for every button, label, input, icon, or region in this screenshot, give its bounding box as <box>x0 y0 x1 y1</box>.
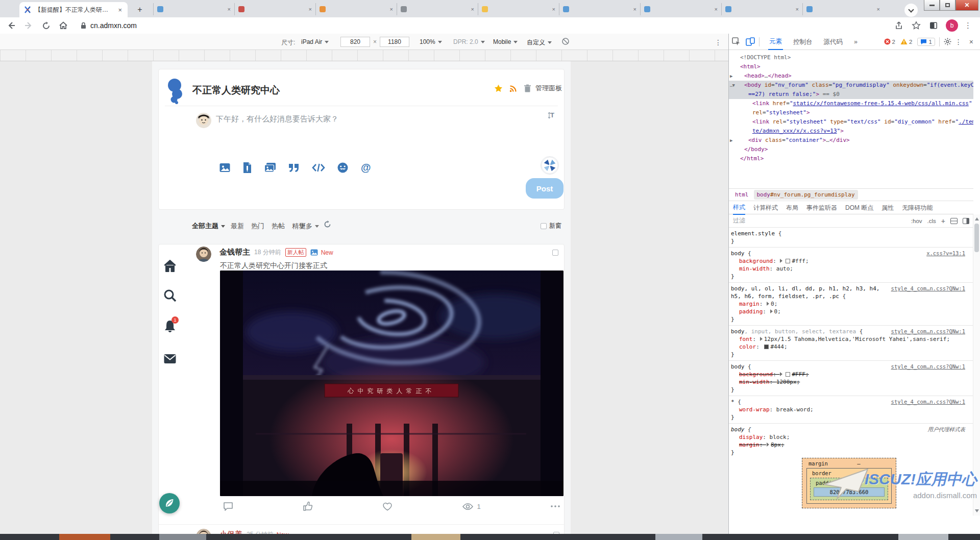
style-property[interactable]: margin: 8px; <box>731 441 965 449</box>
color-swatch[interactable] <box>764 345 769 349</box>
more-actions-button[interactable] <box>550 505 560 508</box>
browser-menu-icon[interactable]: ⋮ <box>964 21 972 30</box>
tab-close-icon[interactable]: × <box>116 6 124 14</box>
taskbar-item[interactable] <box>898 534 948 540</box>
active-tab[interactable]: 【新提醒】不正常人类研究中心 × <box>19 2 128 17</box>
issues-badge[interactable]: 1 <box>917 38 935 46</box>
nav-search-icon[interactable] <box>163 289 177 302</box>
devtools-menu-icon[interactable]: ⋮ <box>955 38 962 46</box>
post-author-name[interactable]: 金钱帮主 <box>219 248 250 257</box>
style-property[interactable]: word-wrap: break-word; <box>731 406 965 413</box>
style-rule[interactable]: style_4_com…n.css?QNw:1body {background:… <box>729 361 973 396</box>
comment-button[interactable] <box>223 502 233 511</box>
post-author-avatar[interactable] <box>196 247 211 262</box>
styles-filter-input[interactable]: 过滤 <box>733 216 745 225</box>
next-post-author-name[interactable]: 小保美 <box>219 530 242 534</box>
inspect-element-icon[interactable] <box>732 37 741 46</box>
style-property[interactable]: padding: 0; <box>731 308 965 315</box>
favorite-star-icon[interactable] <box>494 84 503 93</box>
insert-image-icon[interactable] <box>219 162 231 174</box>
devtools-tab-elements[interactable]: 元素 <box>768 34 783 50</box>
dpr-select[interactable]: DPR: 2.0 <box>453 38 485 45</box>
inactive-tab[interactable]: × <box>397 3 478 15</box>
throttle-select[interactable]: 自定义 <box>527 38 552 47</box>
reload-button[interactable] <box>40 19 52 32</box>
styles-tab[interactable]: 无障碍功能 <box>902 201 933 214</box>
tab-close-icon[interactable]: × <box>715 6 718 12</box>
color-swatch[interactable] <box>786 259 790 263</box>
style-property[interactable]: color: #444; <box>731 343 965 351</box>
devtools-tab-console[interactable]: 控制台 <box>792 34 814 50</box>
user-pinwheel-avatar[interactable] <box>541 156 559 175</box>
inactive-tab[interactable]: × <box>802 3 884 15</box>
taskbar-item[interactable] <box>159 534 206 540</box>
dom-tree-row[interactable]: ▶<div class="container">…</div> <box>729 136 973 145</box>
post-checkbox[interactable] <box>552 250 558 256</box>
inactive-tab[interactable]: × <box>153 3 234 15</box>
expand-arrow-icon[interactable]: ▶ <box>730 136 740 145</box>
style-source-link[interactable]: style_4_com…n.css?QNw:1 <box>891 363 965 371</box>
filter-more[interactable]: 更多 <box>299 222 319 231</box>
style-property[interactable]: background: #fff; <box>731 257 965 265</box>
breadcrumb-item[interactable]: body#nv_forum.pg_forumdisplay <box>754 190 858 200</box>
devtools-tab-sources[interactable]: 源代码 <box>823 34 844 50</box>
emoji-icon[interactable] <box>337 162 349 174</box>
next-post-avatar[interactable] <box>196 529 211 534</box>
style-source-link[interactable]: x.css?v=13:1 <box>926 250 965 257</box>
style-property[interactable]: min-width: auto; <box>731 265 965 273</box>
color-swatch[interactable] <box>786 372 790 377</box>
taskbar-item[interactable] <box>411 534 460 540</box>
device-toolbar-toggle-icon[interactable] <box>746 37 755 46</box>
filter-item[interactable]: 最新 <box>231 222 244 230</box>
side-panel-icon[interactable] <box>927 19 940 32</box>
styles-tab[interactable]: 布局 <box>786 201 798 214</box>
inactive-tab[interactable]: × <box>640 3 721 15</box>
styles-tab[interactable]: 计算样式 <box>753 201 778 214</box>
nav-home-icon[interactable] <box>163 259 177 273</box>
mode-select[interactable]: Mobile <box>493 38 518 45</box>
inactive-tab[interactable]: × <box>315 3 397 15</box>
devtools-close-icon[interactable]: × <box>969 38 973 46</box>
zoom-select[interactable]: 100% <box>420 38 442 45</box>
scroll-down-icon[interactable] <box>975 509 979 512</box>
bookmark-star-icon[interactable] <box>910 19 922 32</box>
quote-icon[interactable] <box>288 162 300 174</box>
tab-close-icon[interactable]: × <box>552 6 555 12</box>
nav-notifications[interactable]: 1 <box>163 320 177 333</box>
error-badge[interactable]: 2 <box>884 38 895 45</box>
dom-tree-row[interactable]: …▼<body id="nv_forum" class="pg_forumdis… <box>729 81 973 90</box>
styles-tab[interactable]: 事件监听器 <box>806 201 837 214</box>
attach-file-icon[interactable] <box>242 162 252 174</box>
code-icon[interactable] <box>312 162 325 174</box>
composer-placeholder[interactable]: 下午好，有什么好消息要告诉大家？ <box>216 114 338 124</box>
rss-icon[interactable] <box>509 84 518 93</box>
styles-tab[interactable]: 属性 <box>881 201 894 214</box>
trash-icon[interactable] <box>524 84 531 93</box>
styles-tab[interactable]: 样式 <box>733 201 745 215</box>
new-post-fab[interactable] <box>159 493 180 513</box>
inactive-tab[interactable]: × <box>478 3 559 15</box>
dom-tree-row[interactable]: <link href="static/x/fontawesome-free-5.… <box>729 99 973 108</box>
like-button[interactable] <box>303 501 313 511</box>
tab-close-icon[interactable]: × <box>796 6 799 12</box>
style-source-link[interactable]: style_4_com…n.css?QNw:1 <box>891 398 965 406</box>
toggle-class-button[interactable]: .cls <box>927 218 936 224</box>
tab-search-button[interactable] <box>904 4 918 17</box>
home-button[interactable] <box>57 19 69 32</box>
style-property[interactable]: margin: 0; <box>731 300 965 308</box>
tab-close-icon[interactable]: × <box>228 6 231 12</box>
mention-icon[interactable]: @ <box>360 162 372 174</box>
favorite-heart-button[interactable] <box>382 502 393 511</box>
new-window-checkbox[interactable] <box>541 223 547 229</box>
inactive-tab[interactable]: × <box>559 3 640 15</box>
nav-messages-icon[interactable] <box>163 352 177 365</box>
expand-arrow-icon[interactable]: …▼ <box>730 81 740 90</box>
tab-close-icon[interactable]: × <box>471 6 474 12</box>
tab-close-icon[interactable]: × <box>633 6 636 12</box>
device-select[interactable]: iPad Air <box>301 38 329 45</box>
style-rule[interactable]: 用户代理样式表body {display: block;margin: 8px;… <box>729 424 973 458</box>
dom-tree-row[interactable]: te/admxn_xxx/x/x.css?v=13"> <box>729 127 973 136</box>
style-rule[interactable]: style_4_com…n.css?QNw:1body, input, butt… <box>729 326 973 361</box>
style-rule[interactable]: x.css?v=13:1body {background: #fff;min-w… <box>729 248 973 283</box>
devtools-scrollbar[interactable] <box>973 214 980 516</box>
